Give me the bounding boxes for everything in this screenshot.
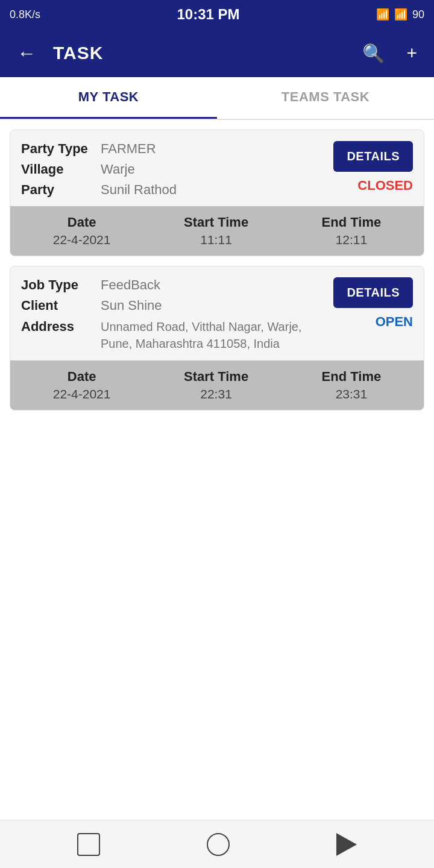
recents-icon[interactable]: [77, 833, 100, 856]
tabs-container: MY TASK TEAMS TASK: [0, 77, 434, 120]
task-1-end-col: End Time 12:11: [322, 215, 382, 247]
task-2-row-1: Client Sun Shine: [21, 298, 333, 313]
task-1-end-value: 12:11: [336, 233, 368, 247]
task-1-end-label: End Time: [322, 215, 382, 230]
bluetooth-icon: 📶: [376, 8, 389, 21]
home-icon[interactable]: [207, 833, 230, 856]
task-card-1: Party Type FARMER Village Warje Party Su…: [10, 130, 424, 256]
task-1-row-2: Party Sunil Rathod: [21, 182, 333, 198]
tab-teams-task[interactable]: TEAMS TASK: [217, 77, 434, 119]
task-1-label-0: Party Type: [21, 141, 93, 157]
task-1-label-2: Party: [21, 182, 93, 198]
task-1-label-1: Village: [21, 162, 93, 177]
back-button[interactable]: ←: [12, 37, 41, 69]
signal-icon: 📶: [394, 8, 407, 21]
battery-icon: 90: [412, 8, 424, 21]
task-2-details-button[interactable]: DETAILS: [333, 277, 413, 308]
task-2-row-0: Job Type FeedBack: [21, 277, 333, 293]
app-title: TASK: [53, 43, 345, 63]
task-2-end-value: 23:31: [336, 387, 368, 401]
task-card-2: Job Type FeedBack Client Sun Shine Addre…: [10, 266, 424, 410]
task-1-date-value: 22-4-2021: [53, 233, 111, 247]
task-1-date-col: Date 22-4-2021: [53, 215, 111, 247]
task-1-status-badge: CLOSED: [357, 178, 413, 193]
task-1-row-0: Party Type FARMER: [21, 141, 333, 157]
task-card-1-top: Party Type FARMER Village Warje Party Su…: [10, 130, 424, 206]
task-2-value-1: Sun Shine: [101, 298, 162, 313]
task-2-status-badge: OPEN: [376, 314, 413, 330]
task-1-value-1: Warje: [101, 162, 135, 177]
task-2-value-2: Unnamed Road, Vitthal Nagar, Warje, Pune…: [101, 318, 333, 352]
task-2-value-0: FeedBack: [101, 277, 160, 293]
bottom-nav: [0, 820, 434, 868]
status-time: 10:31 PM: [177, 6, 239, 23]
add-button[interactable]: +: [401, 38, 422, 68]
app-bar: ← TASK 🔍 +: [0, 29, 434, 77]
task-card-2-footer: Date 22-4-2021 Start Time 22:31 End Time…: [10, 360, 424, 410]
status-bar: 0.8K/s 10:31 PM 📶 📶 90: [0, 0, 434, 29]
back-nav-icon[interactable]: [336, 833, 357, 856]
task-1-value-2: Sunil Rathod: [101, 182, 177, 198]
network-speed: 0.8K/s: [10, 8, 40, 21]
task-2-date-label: Date: [68, 369, 96, 385]
task-1-row-1: Village Warje: [21, 162, 333, 177]
task-card-2-actions: DETAILS OPEN: [333, 277, 413, 330]
task-1-value-0: FARMER: [101, 141, 156, 157]
tab-my-task[interactable]: MY TASK: [0, 77, 217, 119]
task-2-start-col: Start Time 22:31: [184, 369, 248, 401]
task-card-2-top: Job Type FeedBack Client Sun Shine Addre…: [10, 266, 424, 360]
task-2-start-value: 22:31: [200, 387, 232, 401]
search-button[interactable]: 🔍: [357, 38, 389, 69]
task-card-1-actions: DETAILS CLOSED: [333, 141, 413, 193]
task-1-start-col: Start Time 11:11: [184, 215, 248, 247]
task-1-details-button[interactable]: DETAILS: [333, 141, 413, 172]
task-2-label-2: Address: [21, 319, 93, 335]
task-2-label-1: Client: [21, 298, 93, 313]
task-2-row-2: Address Unnamed Road, Vitthal Nagar, War…: [21, 318, 333, 352]
task-list: Party Type FARMER Village Warje Party Su…: [0, 120, 434, 620]
task-2-end-label: End Time: [322, 369, 382, 385]
task-2-label-0: Job Type: [21, 277, 93, 293]
task-card-2-info: Job Type FeedBack Client Sun Shine Addre…: [21, 277, 333, 352]
status-icons: 📶 📶 90: [376, 8, 424, 21]
task-1-start-value: 11:11: [200, 233, 232, 247]
task-2-date-col: Date 22-4-2021: [53, 369, 111, 401]
task-card-1-footer: Date 22-4-2021 Start Time 11:11 End Time…: [10, 206, 424, 256]
task-1-date-label: Date: [68, 215, 96, 230]
task-card-1-info: Party Type FARMER Village Warje Party Su…: [21, 141, 333, 198]
task-2-date-value: 22-4-2021: [53, 387, 111, 401]
task-2-end-col: End Time 23:31: [322, 369, 382, 401]
content-spacer: [0, 620, 434, 820]
task-1-start-label: Start Time: [184, 215, 248, 230]
task-2-start-label: Start Time: [184, 369, 248, 385]
